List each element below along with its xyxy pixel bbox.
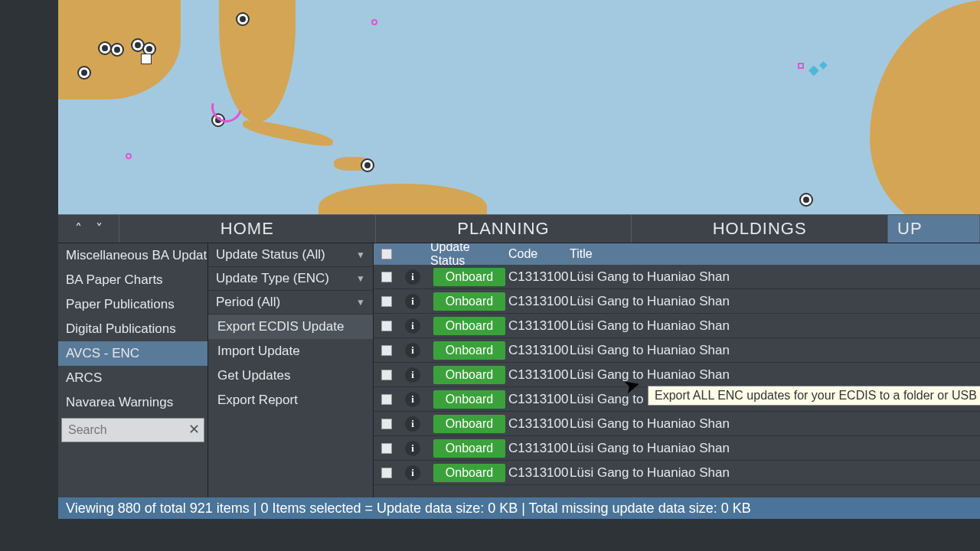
table-row[interactable]: iOnboardC1313100Lüsi Gang to Huaniao Sha… [374, 338, 980, 363]
category-sidebar: Miscellaneous BA Updates BA Paper Charts… [58, 243, 208, 519]
main-tabs: ˄ ˅ HOME PLANNING HOLDINGS UP [58, 214, 980, 243]
table-row[interactable]: iOnboardC1313100Lüsi Gang to Huaniao Sha… [374, 265, 980, 289]
port-marker[interactable] [236, 12, 250, 26]
tooltip: Export ALL ENC updates for your ECDIS to… [648, 386, 980, 406]
chevron-down-icon: ▼ [356, 273, 365, 284]
cell-code: C1313100 [505, 392, 565, 407]
chevron-down-icon: ▼ [356, 297, 365, 308]
filter-update-type[interactable]: Update Type (ENC) ▼ [208, 267, 373, 291]
sidebar-item-arcs[interactable]: ARCS [58, 366, 207, 390]
cell-code: C1313100 [505, 367, 565, 383]
cell-code: C1313100 [505, 269, 565, 285]
cell-code: C1313100 [505, 441, 565, 456]
filter-update-status[interactable]: Update Status (All) ▼ [208, 243, 373, 267]
table-row[interactable]: iOnboardC1313100Lüsi Gang to Huaniao Sha… [374, 436, 980, 461]
table-row[interactable]: iOnboardC1313100Lüsi Gang to Huaniao Sha… [374, 314, 980, 338]
status-badge: Onboard [433, 268, 505, 286]
sidebar-item-paper-pubs[interactable]: Paper Publications [58, 292, 207, 317]
action-export-report[interactable]: Export Report [208, 388, 373, 412]
actions-panel: Update Status (All) ▼ Update Type (ENC) … [208, 243, 374, 519]
row-checkbox[interactable] [381, 272, 392, 282]
status-badge: Onboard [433, 464, 505, 482]
port-marker[interactable] [77, 66, 91, 80]
info-icon[interactable]: i [405, 269, 420, 285]
cell-title: Lüsi Gang to Huaniao Shan [565, 294, 980, 309]
col-update-status[interactable]: Update Status [426, 243, 505, 268]
map-pink-marker [798, 63, 804, 69]
row-checkbox[interactable] [381, 394, 392, 405]
info-icon[interactable]: i [405, 367, 420, 383]
action-get-updates[interactable]: Get Updates [208, 364, 373, 388]
sidebar-item-digital-pubs[interactable]: Digital Publications [58, 317, 207, 341]
results-grid: Update Status Code Title iOnboardC131310… [374, 243, 980, 519]
action-import-update[interactable]: Import Update [208, 339, 373, 364]
port-marker[interactable] [361, 158, 374, 172]
select-all-checkbox[interactable] [381, 249, 392, 259]
col-title[interactable]: Title [565, 247, 980, 261]
cell-title: Lüsi Gang to Huaniao Shan [565, 343, 980, 358]
tab-home[interactable]: HOME [119, 215, 376, 243]
info-icon[interactable]: i [405, 416, 420, 432]
col-code[interactable]: Code [505, 247, 565, 261]
cell-title: Lüsi Gang to Huaniao Shan [565, 416, 980, 432]
table-row[interactable]: iOnboardC1313100Lüsi Gang to Huaniao Sha… [374, 363, 980, 387]
filter-label: Update Status (All) [216, 247, 325, 262]
cell-code: C1313100 [505, 294, 565, 309]
status-badge: Onboard [433, 341, 505, 360]
tab-planning[interactable]: PLANNING [376, 215, 632, 243]
chevron-down-icon[interactable]: ˅ [96, 220, 103, 237]
row-checkbox[interactable] [381, 468, 392, 478]
row-checkbox[interactable] [381, 443, 392, 454]
search-input[interactable] [61, 418, 204, 442]
map-indicator-icon [141, 54, 152, 64]
info-icon[interactable]: i [405, 441, 420, 456]
map-pink-marker [126, 153, 132, 159]
row-checkbox[interactable] [381, 345, 392, 356]
table-row[interactable]: iOnboardC1313100Lüsi Gang to Huaniao Sha… [374, 412, 980, 436]
info-icon[interactable]: i [405, 318, 420, 334]
tab-holdings[interactable]: HOLDINGS [632, 215, 888, 243]
table-row[interactable]: iOnboardC1313100Lüsi Gang to Huaniao Sha… [374, 289, 980, 314]
status-badge: Onboard [433, 292, 505, 311]
port-marker[interactable] [799, 193, 813, 207]
info-icon[interactable]: i [405, 392, 420, 407]
row-checkbox[interactable] [381, 370, 392, 380]
cell-title: Lüsi Gang to Huaniao Shan [565, 269, 980, 285]
row-checkbox[interactable] [381, 321, 392, 331]
status-badge: Onboard [433, 317, 505, 335]
sidebar-item-navarea[interactable]: Navarea Warnings [58, 390, 207, 415]
status-badge: Onboard [433, 366, 505, 384]
filter-label: Period (All) [216, 295, 280, 310]
info-icon[interactable]: i [405, 343, 420, 358]
table-row[interactable]: iOnboardC1313100Lüsi Gang to Huaniao Sha… [374, 461, 980, 485]
status-bar: Viewing 880 of total 921 items | 0 Items… [58, 497, 980, 519]
sidebar-item-misc-ba[interactable]: Miscellaneous BA Updates [58, 243, 207, 268]
filter-period[interactable]: Period (All) ▼ [208, 291, 373, 315]
row-checkbox[interactable] [381, 296, 392, 307]
grid-header: Update Status Code Title [374, 243, 980, 265]
tab-updates[interactable]: UP [888, 215, 980, 243]
map-pink-marker [371, 19, 377, 25]
status-badge: Onboard [433, 390, 505, 409]
cell-title: Lüsi Gang to Huaniao Shan [565, 441, 980, 456]
map-view[interactable] [58, 0, 980, 214]
row-checkbox[interactable] [381, 419, 392, 429]
filter-label: Update Type (ENC) [216, 271, 329, 286]
sidebar-item-avcs-enc[interactable]: AVCS - ENC [58, 341, 207, 366]
cell-code: C1313100 [505, 465, 565, 481]
port-marker[interactable] [110, 43, 124, 57]
status-badge: Onboard [433, 439, 505, 458]
cell-code: C1313100 [505, 416, 565, 432]
status-badge: Onboard [433, 415, 505, 433]
info-icon[interactable]: i [405, 465, 420, 481]
chevron-down-icon: ▼ [356, 249, 365, 260]
chevron-up-icon[interactable]: ˄ [75, 220, 82, 237]
cell-title: Lüsi Gang to Huaniao Shan [565, 318, 980, 334]
info-icon[interactable]: i [405, 294, 420, 309]
action-export-ecdis[interactable]: Export ECDIS Update [208, 315, 373, 339]
cell-code: C1313100 [505, 343, 565, 358]
cell-code: C1313100 [505, 318, 565, 334]
cell-title: Lüsi Gang to Huaniao Shan [565, 465, 980, 481]
clear-search-icon[interactable]: ✕ [188, 421, 200, 438]
sidebar-item-ba-paper[interactable]: BA Paper Charts [58, 268, 207, 292]
